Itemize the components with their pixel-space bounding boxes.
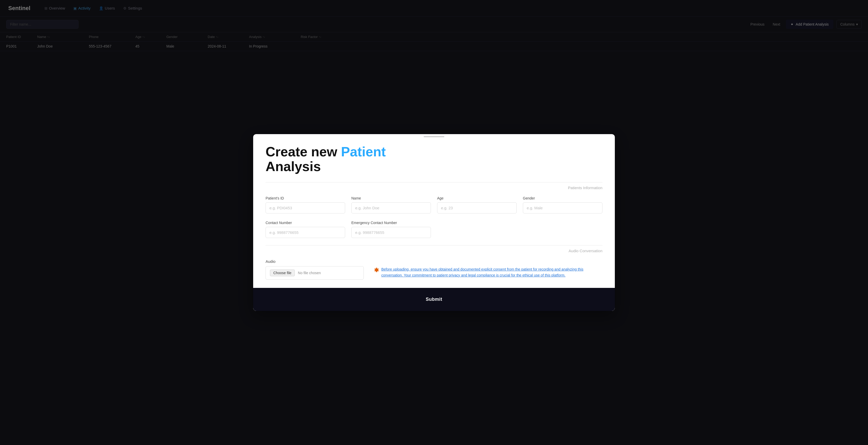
input-name[interactable] [351, 202, 431, 213]
label-age: Age [437, 196, 517, 200]
modal-title-highlight: Patient [341, 144, 386, 159]
submit-button[interactable]: Submit [266, 293, 602, 306]
input-gender[interactable] [523, 202, 602, 213]
audio-right: ✱ Before uploading, ensure you have obta… [374, 259, 602, 278]
label-emergency-contact: Emergency Contact Number [351, 221, 431, 225]
section1-divider [266, 182, 602, 182]
label-contact: Contact Number [266, 221, 345, 225]
file-no-chosen-label: No file chosen [298, 271, 321, 275]
audio-label: Audio [266, 259, 364, 264]
submit-bar: Submit [253, 288, 615, 311]
modal-overlay: Create new Patient Analysis Patients Inf… [0, 0, 868, 445]
input-contact[interactable] [266, 227, 345, 238]
create-patient-modal: Create new Patient Analysis Patients Inf… [253, 134, 615, 311]
form-row-2: Contact Number Emergency Contact Number [266, 221, 602, 238]
input-patient-id[interactable] [266, 202, 345, 213]
form-group-empty2 [523, 221, 602, 238]
modal-title-text1: Create new [266, 144, 341, 159]
audio-section: Audio Choose file No file chosen ✱ Befor… [266, 259, 602, 279]
label-name: Name [351, 196, 431, 200]
input-emergency-contact[interactable] [351, 227, 431, 238]
form-group-patient-id: Patient's ID [266, 196, 345, 213]
form-group-gender: Gender [523, 196, 602, 213]
consent-text: Before uploading, ensure you have obtain… [381, 266, 602, 278]
form-group-emergency-contact: Emergency Contact Number [351, 221, 431, 238]
section2-divider [266, 245, 602, 245]
modal-scroll-indicator [424, 136, 444, 137]
file-input-wrapper[interactable]: Choose file No file chosen [266, 266, 364, 279]
input-age[interactable] [437, 202, 517, 213]
form-group-empty1 [437, 221, 517, 238]
label-patient-id: Patient's ID [266, 196, 345, 200]
modal-content: Create new Patient Analysis Patients Inf… [253, 134, 615, 279]
label-gender: Gender [523, 196, 602, 200]
form-group-age: Age [437, 196, 517, 213]
consent-asterisk: ✱ [374, 266, 379, 274]
form-group-name: Name [351, 196, 431, 213]
modal-title: Create new Patient Analysis [266, 145, 602, 174]
file-choose-button[interactable]: Choose file [270, 270, 295, 276]
modal-title-text3: Analysis [266, 159, 321, 174]
audio-left: Audio Choose file No file chosen [266, 259, 364, 279]
form-row-1: Patient's ID Name Age Gender [266, 196, 602, 213]
section1-label: Patients Information [266, 185, 602, 190]
form-group-contact: Contact Number [266, 221, 345, 238]
section2-label: Audio Conversation [266, 248, 602, 253]
